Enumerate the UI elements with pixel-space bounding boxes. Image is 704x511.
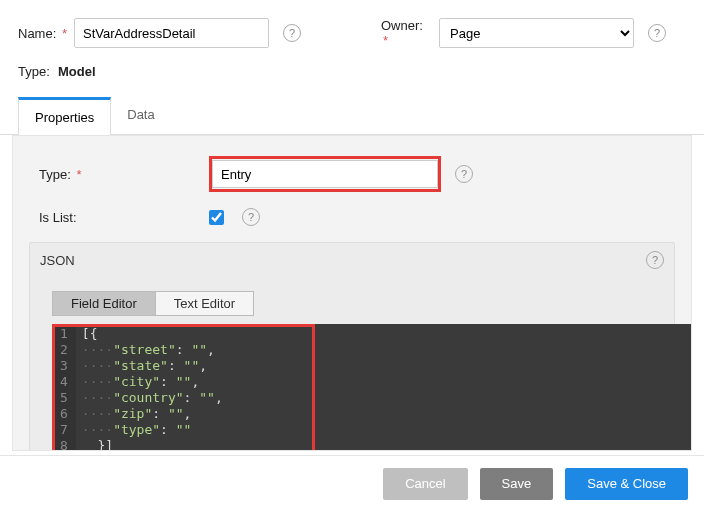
save-close-button[interactable]: Save & Close — [565, 468, 688, 500]
type-select-highlight: Entry ⌄ — [209, 156, 441, 192]
name-label: Name: * — [18, 26, 68, 41]
editor-tab-field[interactable]: Field Editor — [53, 292, 155, 315]
type-select[interactable]: Entry — [212, 160, 438, 188]
code-editor[interactable]: 12345678 [{····"street": "",····"state":… — [52, 324, 692, 451]
help-icon[interactable]: ? — [646, 251, 664, 269]
editor-tab-text[interactable]: Text Editor — [155, 292, 253, 315]
owner-label: Owner: * — [381, 18, 433, 48]
properties-panel: Type: * Entry ⌄ ? Is List: ? JSON ? Fiel… — [12, 135, 692, 451]
name-input[interactable] — [74, 18, 269, 48]
type-label: Type: * — [39, 167, 209, 182]
tab-data[interactable]: Data — [111, 97, 170, 134]
tab-bar: Properties Data — [0, 97, 704, 135]
save-button[interactable]: Save — [480, 468, 554, 500]
owner-select[interactable]: Page — [439, 18, 634, 48]
help-icon[interactable]: ? — [242, 208, 260, 226]
islist-label: Is List: — [39, 210, 209, 225]
editor-tabs: Field Editor Text Editor — [52, 291, 254, 316]
help-icon[interactable]: ? — [283, 24, 301, 42]
help-icon[interactable]: ? — [648, 24, 666, 42]
json-title: JSON — [40, 253, 75, 268]
help-icon[interactable]: ? — [455, 165, 473, 183]
footer: Cancel Save Save & Close — [0, 455, 704, 511]
tab-properties[interactable]: Properties — [18, 97, 111, 135]
islist-checkbox[interactable] — [209, 210, 224, 225]
json-section: JSON ? Field Editor Text Editor 12345678… — [29, 242, 675, 451]
model-type-label: Type: — [18, 64, 58, 79]
cancel-button[interactable]: Cancel — [383, 468, 467, 500]
code-text[interactable]: [{····"street": "",····"state": "",····"… — [76, 324, 223, 451]
model-type-value: Model — [58, 64, 96, 79]
code-gutter: 12345678 — [52, 324, 76, 451]
